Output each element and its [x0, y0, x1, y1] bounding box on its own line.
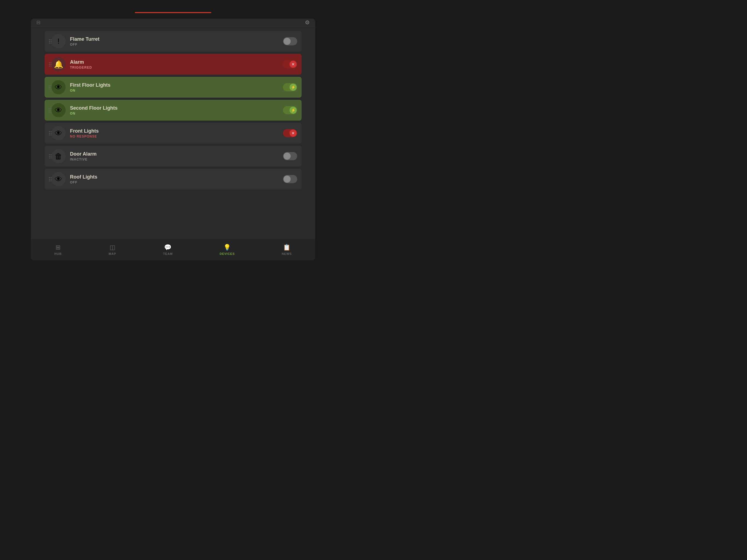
nav-item-hub[interactable]: ⊞ HUB	[49, 242, 67, 258]
device-row-second-floor-lights: 👁 Second Floor Lights ON ⚡	[45, 100, 302, 121]
panel-header: ⊟ ⚙	[31, 19, 315, 27]
nav-item-team[interactable]: 💬 TEAM	[157, 242, 178, 258]
devices-list: ! Flame Turret OFF 🔔 Alarm TRIGGERED ✕	[31, 27, 315, 238]
device-name-alarm: Alarm	[70, 59, 283, 65]
device-toggle-front-lights[interactable]: ✕	[283, 129, 297, 137]
device-icon-door-alarm: 🗑	[51, 149, 66, 163]
device-info-roof-lights: Roof Lights OFF	[70, 174, 283, 184]
device-info-door-alarm: Door Alarm INACTIVE	[70, 151, 283, 161]
device-toggle-door-alarm[interactable]	[283, 152, 297, 160]
drag-handle-first-floor-lights	[49, 85, 51, 90]
device-status-door-alarm: INACTIVE	[70, 157, 283, 161]
settings-icon[interactable]: ⚙	[305, 19, 310, 26]
device-row-alarm: 🔔 Alarm TRIGGERED ✕	[45, 54, 302, 75]
title-underline	[135, 12, 211, 13]
device-name-second-floor-lights: Second Floor Lights	[70, 105, 283, 111]
drag-handle-second-floor-lights	[49, 108, 51, 112]
device-toggle-flame-turret[interactable]	[283, 37, 297, 45]
device-row-flame-turret: ! Flame Turret OFF	[45, 31, 302, 52]
drag-handle-roof-lights	[49, 177, 51, 181]
device-toggle-alarm[interactable]: ✕	[283, 60, 297, 68]
device-status-front-lights: NO RESPONSE	[70, 134, 283, 138]
server-icon: ⊟	[36, 19, 41, 25]
toggle-knob-alarm: ✕	[289, 61, 297, 68]
hub-nav-icon: ⊞	[55, 244, 60, 251]
nav-item-map[interactable]: ◫ MAP	[103, 242, 121, 258]
device-icon-front-lights: 👁	[51, 126, 66, 140]
device-icon-first-floor-lights: 👁	[51, 80, 66, 94]
device-status-roof-lights: OFF	[70, 180, 283, 184]
news-nav-icon: 📋	[283, 244, 290, 251]
device-name-front-lights: Front Lights	[70, 128, 283, 134]
device-info-flame-turret: Flame Turret OFF	[70, 36, 283, 47]
device-info-first-floor-lights: First Floor Lights ON	[70, 82, 283, 93]
team-nav-label: TEAM	[163, 252, 173, 255]
device-info-second-floor-lights: Second Floor Lights ON	[70, 105, 283, 116]
drag-handle-door-alarm	[49, 154, 51, 158]
device-icon-roof-lights: 👁	[51, 172, 66, 186]
toggle-knob-second-floor-lights: ⚡	[289, 107, 297, 114]
toggle-knob-front-lights: ✕	[289, 130, 297, 137]
toggle-knob-first-floor-lights: ⚡	[289, 84, 297, 91]
toggle-knob-door-alarm	[284, 153, 291, 160]
map-nav-icon: ◫	[110, 244, 115, 251]
device-info-front-lights: Front Lights NO RESPONSE	[70, 128, 283, 138]
device-row-first-floor-lights: 👁 First Floor Lights ON ⚡	[45, 77, 302, 98]
drag-handle-alarm	[49, 62, 51, 67]
device-toggle-first-floor-lights[interactable]: ⚡	[283, 83, 297, 91]
device-toggle-roof-lights[interactable]	[283, 175, 297, 183]
device-row-door-alarm: 🗑 Door Alarm INACTIVE	[45, 146, 302, 167]
device-row-roof-lights: 👁 Roof Lights OFF	[45, 169, 302, 189]
device-icon-flame-turret: !	[51, 34, 66, 48]
map-nav-label: MAP	[108, 252, 116, 255]
drag-handle-front-lights	[49, 131, 51, 135]
device-status-alarm: TRIGGERED	[70, 66, 283, 70]
device-status-flame-turret: OFF	[70, 43, 283, 47]
device-name-roof-lights: Roof Lights	[70, 174, 283, 180]
team-nav-icon: 💬	[164, 244, 172, 251]
device-row-front-lights: 👁 Front Lights NO RESPONSE ✕	[45, 123, 302, 144]
main-panel: ⊟ ⚙ ! Flame Turret OFF 🔔 Alarm TRIGGERE	[31, 19, 315, 260]
device-status-second-floor-lights: ON	[70, 111, 283, 116]
device-info-alarm: Alarm TRIGGERED	[70, 59, 283, 70]
drag-handle-flame-turret	[49, 40, 51, 44]
toggle-knob-flame-turret	[284, 38, 291, 45]
device-icon-second-floor-lights: 👁	[51, 103, 66, 117]
device-name-first-floor-lights: First Floor Lights	[70, 82, 283, 88]
devices-nav-icon: 💡	[223, 244, 231, 251]
device-name-door-alarm: Door Alarm	[70, 151, 283, 157]
nav-item-devices[interactable]: 💡 DEVICES	[214, 242, 240, 258]
hub-nav-label: HUB	[54, 252, 62, 255]
nav-item-news[interactable]: 📋 NEWS	[276, 242, 297, 258]
bottom-nav: ⊞ HUB ◫ MAP 💬 TEAM 💡 DEVICES 📋 NEWS	[31, 238, 315, 260]
device-toggle-second-floor-lights[interactable]: ⚡	[283, 106, 297, 114]
toggle-knob-roof-lights	[284, 176, 291, 183]
device-status-first-floor-lights: ON	[70, 88, 283, 93]
devices-nav-label: DEVICES	[220, 252, 235, 255]
device-name-flame-turret: Flame Turret	[70, 36, 283, 42]
news-nav-label: NEWS	[282, 252, 292, 255]
device-icon-alarm: 🔔	[51, 57, 66, 71]
